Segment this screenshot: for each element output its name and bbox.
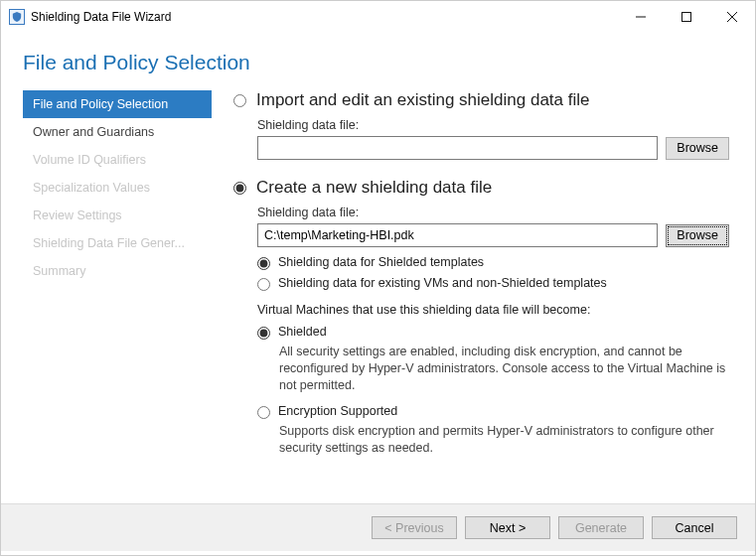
import-option-block: Import and edit an existing shielding da… <box>233 90 729 160</box>
create-radio[interactable] <box>233 182 246 195</box>
page-header: File and Policy Selection <box>1 33 755 82</box>
sidebar-step-volume-id: Volume ID Qualifiers <box>23 146 212 174</box>
svg-rect-0 <box>682 13 691 22</box>
create-browse-button[interactable]: Browse <box>666 224 729 247</box>
maximize-button[interactable] <box>664 2 709 33</box>
import-file-label: Shielding data file: <box>257 118 729 132</box>
minimize-button[interactable] <box>618 2 664 33</box>
page-title: File and Policy Selection <box>23 51 733 74</box>
sidebar-step-specialization: Specialization Values <box>23 174 212 202</box>
sidebar-step-review: Review Settings <box>23 202 212 229</box>
policy-shielded-desc: All security settings are enabled, inclu… <box>279 344 729 394</box>
window-title: Shielding Data File Wizard <box>31 10 171 24</box>
import-browse-button[interactable]: Browse <box>666 137 729 160</box>
sidebar-step-file-policy[interactable]: File and Policy Selection <box>23 90 212 118</box>
policy-shielded-radio[interactable] <box>257 327 270 340</box>
content-area: File and Policy Selection Owner and Guar… <box>1 82 755 503</box>
sidebar-step-owner-guardians[interactable]: Owner and Guardians <box>23 118 212 146</box>
policy-encryption-desc: Supports disk encryption and permits Hyp… <box>279 423 729 457</box>
main-panel: Import and edit an existing shielding da… <box>212 90 733 503</box>
create-option-block: Create a new shielding data file Shieldi… <box>233 178 729 456</box>
template-existing-radio[interactable] <box>257 278 270 291</box>
policy-encryption-label: Encryption Supported <box>278 404 397 418</box>
wizard-footer: < Previous Next > Generate Cancel <box>1 503 755 551</box>
create-title: Create a new shielding data file <box>256 178 492 198</box>
cancel-button[interactable]: Cancel <box>652 516 737 539</box>
create-file-label: Shielding data file: <box>257 206 729 219</box>
policy-encryption-radio[interactable] <box>257 406 270 419</box>
generate-button[interactable]: Generate <box>558 516 644 539</box>
vm-note: Virtual Machines that use this shielding… <box>257 303 729 317</box>
wizard-sidebar: File and Policy Selection Owner and Guar… <box>23 90 212 503</box>
sidebar-step-summary: Summary <box>23 257 212 285</box>
import-radio[interactable] <box>233 94 246 107</box>
shield-app-icon <box>9 9 25 25</box>
previous-button[interactable]: < Previous <box>372 516 457 539</box>
template-shielded-label: Shielding data for Shielded templates <box>278 255 484 269</box>
create-file-input[interactable] <box>257 223 658 247</box>
template-shielded-radio[interactable] <box>257 257 270 270</box>
close-button[interactable] <box>709 2 755 33</box>
import-file-input[interactable] <box>257 136 658 160</box>
sidebar-step-generation: Shielding Data File Gener... <box>23 229 212 257</box>
policy-shielded-label: Shielded <box>278 325 327 339</box>
next-button[interactable]: Next > <box>465 516 550 539</box>
import-title: Import and edit an existing shielding da… <box>256 90 589 110</box>
template-existing-label: Shielding data for existing VMs and non-… <box>278 276 607 290</box>
titlebar: Shielding Data File Wizard <box>1 1 755 33</box>
